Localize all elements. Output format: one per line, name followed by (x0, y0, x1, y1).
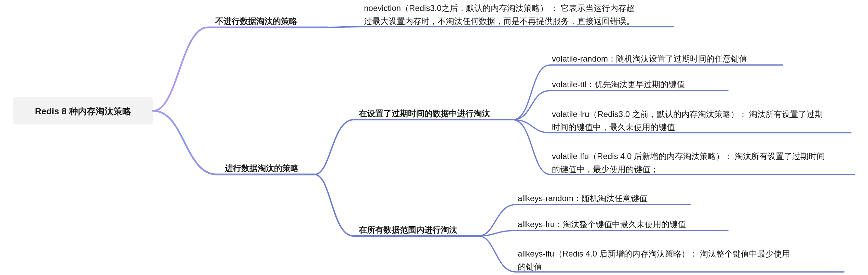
leaf-all-random: allkeys-random：随机淘汰任意键值 (518, 194, 647, 203)
root-label: Redis 8 种内存淘汰策略 (35, 106, 131, 116)
root-node[interactable]: Redis 8 种内存淘汰策略 (13, 97, 153, 125)
leaf-noeviction-l1: noeviction（Redis3.0之后，默认的内存淘汰策略） ： 它表示当运… (364, 3, 635, 13)
leaf-vol-lfu-l2: 的键值中，最少使用的键值； (552, 165, 659, 174)
leaf-vol-ttl: volatile-ttl：优先淘汰更早过期的键值 (552, 80, 685, 89)
leaf-vol-lru-l2: 时间的键值中，最久未使用的键值 (552, 122, 675, 132)
sub-allkeys[interactable]: 在所有数据范围内进行淘汰 (358, 225, 458, 234)
edge-noevict-leaf (328, 27, 673, 27)
branch-evict[interactable]: 进行数据淘汰的策略 (225, 163, 299, 173)
leaf-all-lfu-l1: allkeys-lfu（Redis 4.0 后新增的内存淘汰策略）： 淘汰整个键… (518, 249, 790, 258)
mindmap-canvas: Redis 8 种内存淘汰策略 不进行数据淘汰的策略 noeviction（Re… (0, 0, 868, 275)
sub-volatile[interactable]: 在设置了过期时间的数据中进行淘汰 (358, 109, 490, 118)
edge-all-lru (478, 231, 728, 236)
edge-root-noevict (153, 27, 328, 111)
branch-no-evict[interactable]: 不进行数据淘汰的策略 (215, 16, 298, 26)
leaf-vol-lru-l1: volatile-lru（Redis3.0 之前，默认的内存淘汰策略）： 淘汰所… (552, 109, 823, 119)
edge-evict-volatile (314, 120, 513, 174)
leaf-vol-random: volatile-random：随机淘汰设置了过期时间的任意键值 (552, 54, 747, 63)
leaf-noeviction-l2: 过最大设置内存时，不淘汰任何数据，而是不再提供服务，直接返回错误。 (364, 16, 635, 26)
leaf-vol-lfu-l1: volatile-lfu（Redis 4.0 后新增的内存淘汰策略）： 淘汰所有… (552, 152, 825, 161)
leaf-all-lru: allkeys-lru：淘汰整个键值中最久未使用的键值 (518, 220, 686, 229)
leaf-all-lfu-l2: 的键值 (518, 262, 542, 271)
